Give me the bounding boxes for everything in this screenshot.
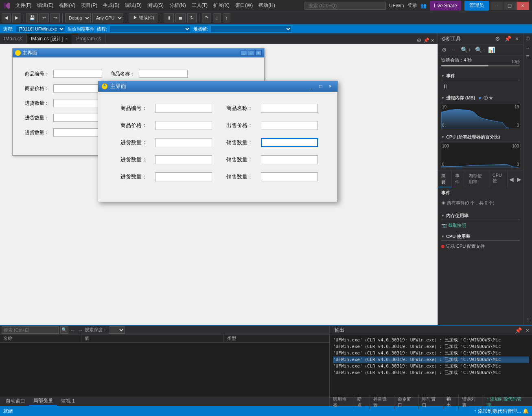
tab-exception-settings[interactable]: 异常设置 [370,395,394,409]
bg-input-price[interactable] [53,84,102,92]
bg-input-product-name[interactable] [139,70,188,78]
menu-window[interactable]: 窗口(W) [233,1,255,10]
popup-input-sell-price[interactable] [261,121,318,130]
stop-button[interactable]: ⏹ [175,13,186,22]
restart-button[interactable]: ↻ [187,13,197,22]
diag-tab-events[interactable]: 事件 [452,171,466,187]
locals-nav-forward[interactable]: → [77,327,83,333]
output-close-icon[interactable]: × [525,327,530,334]
menu-file[interactable]: 文件(F) [13,1,34,10]
diag-tool-forward[interactable]: → [450,46,458,53]
title-search-input[interactable] [304,2,386,10]
tab-fmain-cs[interactable]: fMain.cs [0,34,27,44]
locals-depth-dropdown[interactable] [109,326,125,334]
capture-snapshot-button[interactable]: 📷 截取快照 [441,222,520,229]
popup-input-id[interactable] [155,104,212,113]
bg-form-minimize[interactable]: _ [241,50,247,56]
tab-command-window[interactable]: 命令窗口 [394,395,419,409]
output-pin-icon[interactable]: 📌 [514,327,523,334]
locals-search-icon[interactable]: 🔍 [60,326,68,334]
tab-immediate-window[interactable]: 即时窗口 [419,395,443,409]
locals-nav-back[interactable]: ← [70,327,76,333]
popup-input-qty2[interactable] [155,155,212,164]
diag-tool-zoom-in[interactable]: 🔍+ [460,46,472,53]
close-panel-icon[interactable]: × [431,37,434,44]
menu-test[interactable]: 测试(S) [145,1,166,10]
step-into-button[interactable]: ↓ [213,13,221,22]
pause-button[interactable]: ⏸ [164,13,174,22]
events-pause-icon[interactable]: ⏸ [441,83,449,90]
time-slider[interactable] [441,65,520,66]
side-icon-3[interactable]: ☰ [524,53,532,60]
diag-tab-summary[interactable]: 摘要 [438,171,452,187]
pin-icon[interactable]: 📌 [423,37,429,43]
all-events-label[interactable]: ◈ 所有事件(0 个，共 0 个) [441,198,520,208]
admin-button[interactable]: 管理员 [464,1,489,11]
popup-maximize-button[interactable]: □ [317,83,325,90]
menu-help[interactable]: 帮助(H) [256,1,278,10]
bg-input-qty3[interactable] [53,128,102,136]
menu-view[interactable]: 视图(V) [57,1,78,10]
undo-button[interactable]: ↩ [39,13,49,22]
record-cpu-button[interactable]: 记录 CPU 配置文件 [441,242,520,250]
tab-auto-window[interactable]: 自动窗口 [2,397,29,406]
close-button[interactable]: × [517,2,529,10]
side-icon-4[interactable]: ⋮ [524,316,532,323]
back-button[interactable]: ◀ [2,13,11,22]
step-out-button[interactable]: ↑ [223,13,231,22]
diag-tool-settings[interactable]: ⚙ [440,46,448,53]
diag-tab-memory[interactable]: 内存使用率 [465,171,489,187]
bg-input-product-id[interactable] [53,70,102,78]
menu-extensions[interactable]: 扩展(X) [211,1,232,10]
diagnostics-settings-icon[interactable]: ⚙ [494,35,501,42]
tab-close-icon[interactable]: × [65,37,68,41]
bg-form-close[interactable]: × [255,50,262,56]
popup-input-sales3[interactable] [261,172,318,181]
popup-input-name[interactable] [261,104,318,113]
popup-input-qty1[interactable] [155,138,212,147]
continue-button[interactable]: ▶ 继续(C) [129,13,158,22]
stack-dropdown[interactable] [210,25,292,33]
tab-call-stack[interactable]: 调用堆栈 [330,395,354,409]
login-button[interactable]: 登录 [407,2,417,9]
tab-watch-1[interactable]: 监视 1 [57,397,79,406]
menu-project[interactable]: 项目(P) [79,1,100,10]
diag-tab-cpu[interactable]: CPU 使 [489,171,508,187]
tab-locals[interactable]: 局部变量 [29,397,57,406]
tab-fmain-design[interactable]: fMain.cs [设计] × [27,34,72,44]
menu-tools[interactable]: 工具(T) [189,1,210,10]
debug-config-dropdown[interactable]: Debug [65,13,91,22]
bg-input-qty1[interactable] [53,99,102,107]
save-button[interactable]: 💾 [26,13,38,22]
diagnostics-close-icon[interactable]: × [514,35,520,42]
diag-tool-zoom-out[interactable]: 🔍- [474,46,485,53]
bg-form-maximize[interactable]: □ [248,50,254,56]
menu-build[interactable]: 生成(B) [101,1,122,10]
tab-breakpoints[interactable]: 断点 [354,395,370,409]
menu-analyze[interactable]: 分析(N) [167,1,188,10]
live-share-button[interactable]: Live Share [430,1,461,11]
diag-tabs-scroll-left[interactable]: ◀ [508,171,515,187]
diagnostics-pin-icon[interactable]: 📌 [503,35,512,42]
popup-input-price[interactable] [155,121,212,130]
redo-button[interactable]: ↪ [50,13,60,22]
step-over-button[interactable]: ↷ [202,13,211,22]
popup-minimize-button[interactable]: _ [307,83,315,90]
thread-dropdown[interactable] [109,25,191,33]
maximize-button[interactable]: □ [504,2,516,10]
notification-icon[interactable]: 🔔 [523,408,529,414]
tab-program-cs[interactable]: Program.cs [72,34,105,44]
minimize-button[interactable]: − [490,2,503,10]
locals-search-input[interactable] [2,326,59,334]
tab-output[interactable]: 输出 [443,395,459,409]
popup-title-bar[interactable]: 主界面 _ □ × [98,81,337,92]
popup-input-sales2[interactable] [261,155,318,164]
bg-input-qty2[interactable] [53,114,102,122]
process-dropdown[interactable]: [70116] UFWin.exe [16,25,65,33]
add-source-control-link[interactable]: ↑ 添加到源代码管理... [483,395,532,409]
menu-edit[interactable]: 编辑(E) [35,1,56,10]
popup-input-qty3[interactable] [155,172,212,181]
forward-button[interactable]: ▶ [12,13,21,22]
diag-tool-chart[interactable]: 📊 [487,46,496,53]
side-icon-1[interactable]: Ⓣ [524,35,532,42]
